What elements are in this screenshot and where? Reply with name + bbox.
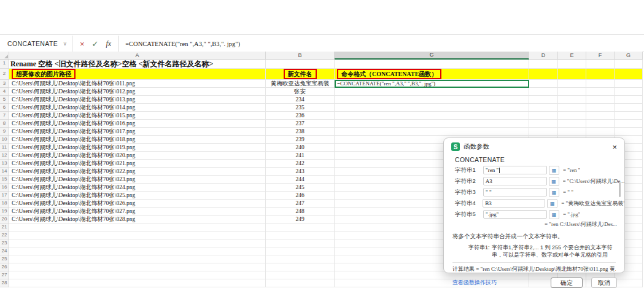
cell-new-name[interactable]: 236 xyxy=(266,112,335,120)
row-header[interactable]: 15 xyxy=(0,176,9,184)
cell-new-name[interactable]: 247 xyxy=(266,200,335,208)
cell-new-name[interactable]: 241 xyxy=(266,152,335,160)
cell-old-path[interactable]: C:\Users\何踢球儿\Desktop\湖北饰材70张\027.png xyxy=(9,208,266,216)
cell-old-path[interactable]: C:\Users\何踢球儿\Desktop\湖北饰材70张\018.png xyxy=(9,136,266,144)
param-input-2[interactable]: A3 xyxy=(483,177,547,185)
cell-new-name[interactable]: 242 xyxy=(266,160,335,168)
name-box[interactable]: CONCATENATE ∨ xyxy=(0,36,72,52)
cell-old-path[interactable]: C:\Users\何踢球儿\Desktop\湖北饰材70张\015.png xyxy=(9,112,266,120)
cell[interactable] xyxy=(9,279,266,287)
row-header[interactable]: 6 xyxy=(0,104,9,112)
cell-old-path[interactable]: C:\Users\何踢球儿\Desktop\湖北饰材70张\023.png xyxy=(9,176,266,184)
row-header[interactable]: 5 xyxy=(0,96,9,104)
cell[interactable] xyxy=(529,96,558,104)
range-selector-icon[interactable]: ▦ xyxy=(549,177,559,186)
cell[interactable] xyxy=(558,96,586,104)
cell-old-path[interactable]: C:\Users\何踢球儿\Desktop\湖北饰材70张\016.png xyxy=(9,120,266,128)
cell[interactable] xyxy=(266,223,335,231)
column-header-E[interactable]: E xyxy=(558,52,586,60)
cell-new-name[interactable]: 245 xyxy=(266,184,335,192)
cell-header-b[interactable]: 新文件名 xyxy=(266,69,335,80)
row-header[interactable]: 25 xyxy=(0,255,9,263)
select-all-corner[interactable] xyxy=(0,52,9,60)
cell[interactable] xyxy=(558,80,586,88)
row-header[interactable]: 20 xyxy=(0,216,9,223)
cell-new-name[interactable]: 240 xyxy=(266,144,335,152)
close-icon[interactable]: × xyxy=(611,142,618,152)
row-header[interactable]: 17 xyxy=(0,192,9,200)
cell[interactable] xyxy=(586,120,615,128)
cell[interactable] xyxy=(558,112,586,120)
cell[interactable] xyxy=(615,88,643,96)
cell[interactable] xyxy=(529,69,558,80)
cell-old-path[interactable]: C:\Users\何踢球儿\Desktop\湖北饰材70张\021.png xyxy=(9,160,266,168)
range-selector-icon[interactable]: ▦ xyxy=(549,188,559,197)
cell[interactable] xyxy=(335,60,529,69)
cell-old-path[interactable]: C:\Users\何踢球儿\Desktop\湖北饰材70张\026.png xyxy=(9,200,266,208)
cell[interactable] xyxy=(586,88,615,96)
cell-new-name[interactable]: 244 xyxy=(266,176,335,184)
active-cell-formula[interactable]: =CONCATENATE("ren ",A3," ",B3,". jpg") xyxy=(335,80,529,88)
cell[interactable] xyxy=(335,128,529,136)
row-header[interactable]: 19 xyxy=(0,208,9,216)
cell[interactable] xyxy=(266,231,335,239)
cell[interactable] xyxy=(615,69,643,80)
cell[interactable] xyxy=(9,239,266,247)
row-header[interactable]: 1 xyxy=(0,60,9,69)
cell[interactable] xyxy=(615,96,643,104)
ok-button[interactable]: 确定 xyxy=(551,278,583,288)
cell[interactable] xyxy=(9,271,266,279)
cell[interactable] xyxy=(266,263,335,271)
cancel-entry-icon[interactable]: × xyxy=(80,39,85,49)
row-header[interactable]: 12 xyxy=(0,152,9,160)
cell[interactable] xyxy=(586,128,615,136)
cell-old-path[interactable]: C:\Users\何踢球儿\Desktop\湖北饰材70张\019.png xyxy=(9,144,266,152)
cell[interactable] xyxy=(586,96,615,104)
cell-new-name[interactable]: 234 xyxy=(266,96,335,104)
column-header-A[interactable]: A xyxy=(9,52,266,60)
cell-new-name[interactable]: 243 xyxy=(266,168,335,176)
column-header-D[interactable]: D xyxy=(529,52,558,60)
cell-old-path[interactable]: C:\Users\何踢球儿\Desktop\湖北饰材70张\020.png xyxy=(9,152,266,160)
cell[interactable] xyxy=(9,247,266,255)
dialog-scrollbar[interactable] xyxy=(619,182,621,197)
cell[interactable] xyxy=(266,255,335,263)
column-header-G[interactable]: G xyxy=(615,52,643,60)
cell-new-name[interactable]: 237 xyxy=(266,120,335,128)
cell-new-name[interactable]: 248 xyxy=(266,208,335,216)
cell[interactable] xyxy=(529,88,558,96)
param-input-4[interactable]: B3 xyxy=(483,199,545,208)
cell-old-path[interactable]: C:\Users\何踢球儿\Desktop\湖北饰材70张\011.png xyxy=(9,80,266,88)
cell[interactable] xyxy=(266,60,335,69)
range-selector-icon[interactable]: ▦ xyxy=(549,210,559,219)
cell[interactable] xyxy=(615,60,643,69)
cell[interactable] xyxy=(335,104,529,112)
row-header[interactable]: 14 xyxy=(0,168,9,176)
cell[interactable] xyxy=(335,120,529,128)
row-header[interactable]: 7 xyxy=(0,112,9,120)
range-selector-icon[interactable]: ▦ xyxy=(547,199,557,208)
cell-old-path[interactable]: C:\Users\何踢球儿\Desktop\湖北饰材70张\012.png xyxy=(9,88,266,96)
column-header-F[interactable]: F xyxy=(586,52,615,60)
cell[interactable] xyxy=(615,128,643,136)
cell[interactable] xyxy=(529,80,558,88)
cell[interactable] xyxy=(335,88,529,96)
cell-new-name[interactable]: 238 xyxy=(266,128,335,136)
row-header[interactable]: 10 xyxy=(0,136,9,144)
dialog-titlebar[interactable]: S 函数参数 × xyxy=(444,138,624,154)
row-header[interactable]: 18 xyxy=(0,200,9,208)
row-header[interactable]: 22 xyxy=(0,231,9,239)
cell[interactable] xyxy=(558,128,586,136)
row-header[interactable]: 4 xyxy=(0,88,9,96)
cell[interactable] xyxy=(615,112,643,120)
cell[interactable] xyxy=(558,120,586,128)
row-header[interactable]: 27 xyxy=(0,271,9,279)
cell[interactable] xyxy=(586,69,615,80)
cell-old-path[interactable]: C:\Users\何踢球儿\Desktop\湖北饰材70张\025.png xyxy=(9,192,266,200)
cell[interactable] xyxy=(558,69,586,80)
cell[interactable] xyxy=(9,263,266,271)
param-input-1[interactable]: "ren " xyxy=(483,166,547,174)
confirm-entry-icon[interactable]: ✓ xyxy=(92,39,99,49)
cell[interactable] xyxy=(9,223,266,231)
chevron-down-icon[interactable]: ∨ xyxy=(63,41,67,47)
